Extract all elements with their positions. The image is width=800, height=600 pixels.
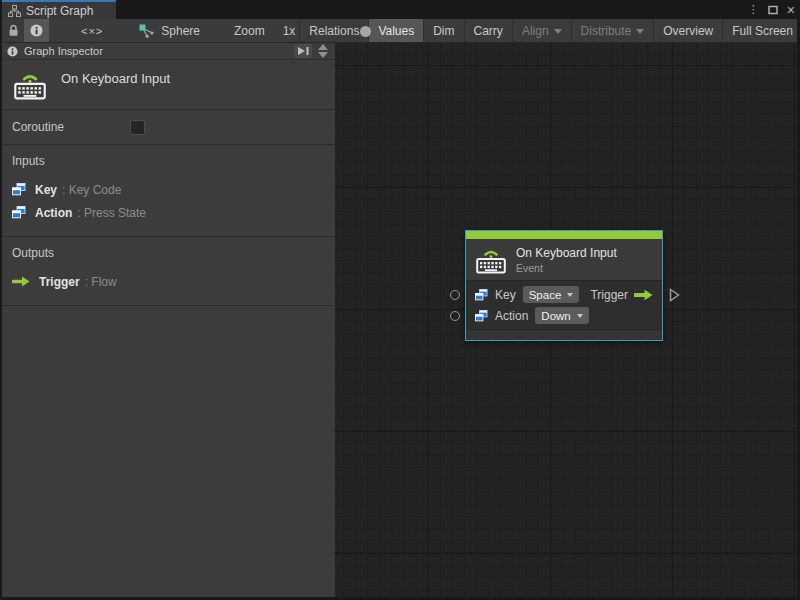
tab-script-graph[interactable]: Script Graph: [2, 0, 116, 19]
inspector-toggle-button[interactable]: [24, 19, 49, 42]
code-view-button[interactable]: <×>: [75, 19, 109, 42]
inspector-header: Graph Inspector: [2, 43, 335, 60]
overview-button[interactable]: Overview: [653, 19, 722, 42]
scroll-up-icon[interactable]: [318, 44, 328, 50]
value-port-icon: [12, 183, 26, 196]
port-type: : Key Code: [62, 183, 121, 197]
zoom-slider-handle[interactable]: [360, 26, 371, 37]
carry-button[interactable]: Carry: [464, 19, 512, 42]
graph-toolbar: <×> Sphere Zoom 1x Relations Values Dim …: [2, 19, 797, 43]
panel-scroll-arrows: [316, 43, 330, 59]
trigger-label: Trigger: [590, 288, 628, 302]
scroll-down-icon[interactable]: [318, 52, 328, 58]
action-dropdown[interactable]: Down: [535, 307, 588, 324]
flow-arrow-icon: [634, 289, 653, 301]
node-event-color-bar: [466, 231, 662, 239]
info-icon: [30, 24, 43, 37]
window-tab-bar: Script Graph ⋮ ×: [0, 0, 800, 19]
port-name: Action: [35, 206, 72, 220]
port-type: : Flow: [85, 275, 117, 289]
window-controls: ⋮ ×: [748, 0, 795, 19]
port-label: Action: [495, 309, 528, 323]
node-title: On Keyboard Input: [516, 246, 617, 260]
zoom-value: 1x: [283, 19, 296, 42]
keyboard-event-icon: [476, 244, 506, 276]
key-dropdown[interactable]: Space: [523, 286, 580, 303]
graph-inspector-panel: Graph Inspector: [2, 43, 335, 597]
chevron-down-icon: [554, 29, 562, 34]
chevron-down-icon: [567, 293, 573, 297]
inspected-unit-header: On Keyboard Input: [2, 60, 335, 110]
inspected-unit-title: On Keyboard Input: [61, 71, 170, 86]
on-keyboard-input-node[interactable]: On Keyboard Input Event Key Space: [465, 230, 663, 341]
inspector-title: Graph Inspector: [24, 45, 103, 57]
flow-arrow-icon: [12, 276, 30, 287]
info-icon: [7, 46, 18, 57]
values-button[interactable]: Values: [368, 19, 423, 42]
graph-owner-label: Sphere: [161, 24, 200, 38]
inputs-section: Inputs Key : Key Code: [2, 145, 335, 237]
keyboard-event-icon: [14, 67, 46, 103]
node-subtitle: Event: [516, 262, 617, 274]
code-icon: <×>: [81, 25, 103, 37]
lock-button[interactable]: [2, 19, 24, 42]
coroutine-label: Coroutine: [12, 120, 64, 134]
port-label: Key: [495, 288, 516, 302]
value-port-icon: [475, 289, 488, 301]
outputs-title: Outputs: [2, 246, 335, 260]
inputs-title: Inputs: [2, 154, 335, 168]
port-name: Trigger: [39, 275, 80, 289]
node-row-action: Action Down: [466, 305, 662, 326]
graph-owner-button[interactable]: Sphere: [131, 19, 208, 42]
coroutine-row: Coroutine: [2, 110, 335, 145]
chevron-down-icon: [636, 29, 644, 34]
toolbar-actions: Relations Values Dim Carry Align Distrib…: [299, 19, 800, 42]
tab-label: Script Graph: [26, 4, 93, 18]
maximize-button[interactable]: [768, 5, 778, 15]
graph-canvas[interactable]: On Keyboard Input Event Key Space: [335, 43, 797, 597]
input-port-action[interactable]: [450, 311, 460, 321]
input-port-key[interactable]: [450, 290, 460, 300]
more-button[interactable]: ⋮: [748, 4, 759, 15]
dock-panel-icon[interactable]: [294, 44, 312, 58]
node-header[interactable]: On Keyboard Input Event: [466, 239, 662, 281]
input-port-row: Action : Press State: [2, 201, 335, 224]
port-type: : Press State: [77, 206, 146, 220]
node-body: Key Space Trigger: [466, 281, 662, 329]
distribute-button[interactable]: Distribute: [571, 19, 654, 42]
align-button[interactable]: Align: [512, 19, 571, 42]
output-port-row: Trigger : Flow: [2, 270, 335, 293]
zoom-label: Zoom: [234, 19, 265, 42]
value-port-icon: [475, 310, 488, 322]
chevron-down-icon: [577, 314, 583, 318]
graph-pointer-icon: [139, 24, 154, 38]
close-button[interactable]: ×: [787, 3, 795, 17]
port-name: Key: [35, 183, 57, 197]
fullscreen-button[interactable]: Full Screen: [722, 19, 800, 42]
value-port-icon: [12, 206, 26, 219]
coroutine-checkbox[interactable]: [130, 120, 145, 135]
outputs-section: Outputs Trigger : Flow: [2, 237, 335, 306]
lock-icon: [8, 24, 19, 37]
node-footer: [466, 329, 662, 340]
output-port-trigger[interactable]: [669, 288, 680, 306]
dim-button[interactable]: Dim: [423, 19, 463, 42]
script-graph-icon: [8, 5, 21, 17]
node-row-key: Key Space Trigger: [466, 284, 662, 305]
input-port-row: Key : Key Code: [2, 178, 335, 201]
relations-button[interactable]: Relations: [299, 19, 368, 42]
